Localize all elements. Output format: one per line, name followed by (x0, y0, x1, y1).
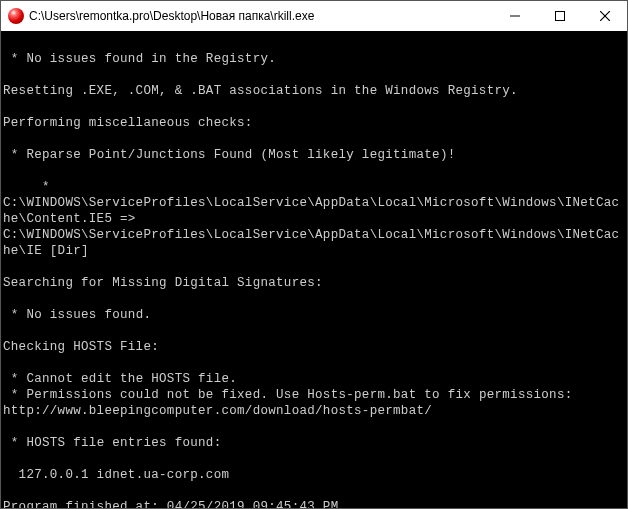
console-line (3, 99, 625, 115)
console-line (3, 291, 625, 307)
console-line: * Cannot edit the HOSTS file. (3, 371, 625, 387)
console-line: Searching for Missing Digital Signatures… (3, 275, 625, 291)
console-line: * No issues found in the Registry. (3, 51, 625, 67)
console-line: 127.0.0.1 idnet.ua-corp.com (3, 467, 625, 483)
console-line (3, 131, 625, 147)
console-output[interactable]: * No issues found in the Registry. Reset… (1, 31, 627, 508)
console-line: Checking HOSTS File: (3, 339, 625, 355)
console-line: * Reparse Point/Junctions Found (Most li… (3, 147, 625, 163)
titlebar[interactable]: C:\Users\remontka.pro\Desktop\Новая папк… (1, 1, 627, 31)
console-line (3, 483, 625, 499)
close-icon (600, 11, 610, 21)
svg-rect-1 (555, 12, 564, 21)
console-line: Performing miscellaneous checks: (3, 115, 625, 131)
console-line (3, 67, 625, 83)
maximize-button[interactable] (537, 1, 582, 31)
application-window: C:\Users\remontka.pro\Desktop\Новая папк… (0, 0, 628, 509)
console-line: * C:\WINDOWS\ServiceProfiles\LocalServic… (3, 179, 625, 259)
console-line: Program finished at: 04/25/2019 09:45:43… (3, 499, 625, 508)
console-line (3, 35, 625, 51)
minimize-icon (510, 11, 520, 21)
window-title: C:\Users\remontka.pro\Desktop\Новая папк… (29, 9, 492, 23)
console-line (3, 419, 625, 435)
console-line (3, 259, 625, 275)
console-line (3, 451, 625, 467)
console-line: * Permissions could not be fixed. Use Ho… (3, 387, 625, 419)
app-icon (8, 8, 24, 24)
console-line (3, 163, 625, 179)
console-line (3, 355, 625, 371)
console-line: Resetting .EXE, .COM, & .BAT association… (3, 83, 625, 99)
close-button[interactable] (582, 1, 627, 31)
console-line: * HOSTS file entries found: (3, 435, 625, 451)
console-line: * No issues found. (3, 307, 625, 323)
console-line (3, 323, 625, 339)
window-controls (492, 1, 627, 31)
maximize-icon (555, 11, 565, 21)
minimize-button[interactable] (492, 1, 537, 31)
